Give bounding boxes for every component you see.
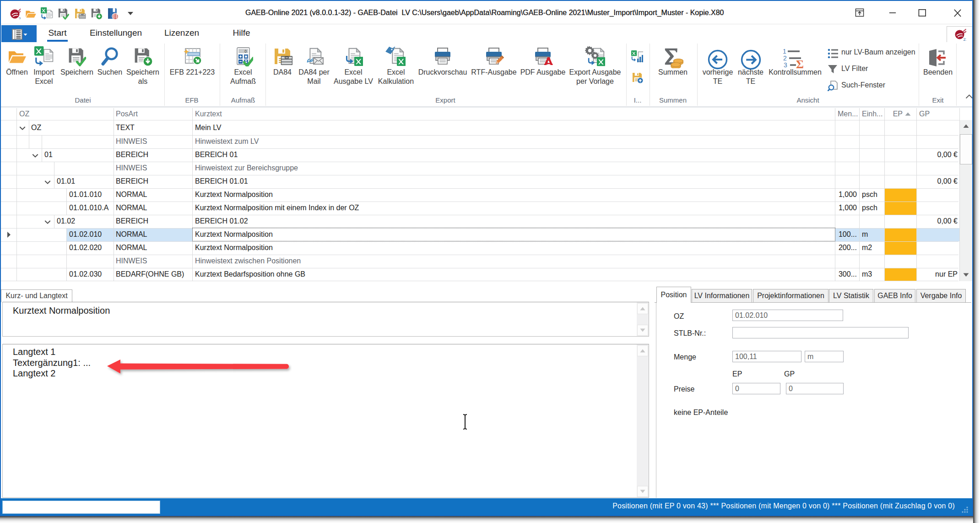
svg-text:1: 1 (783, 48, 786, 55)
svg-text:0: 0 (244, 49, 247, 54)
svg-text:2: 2 (783, 54, 787, 62)
